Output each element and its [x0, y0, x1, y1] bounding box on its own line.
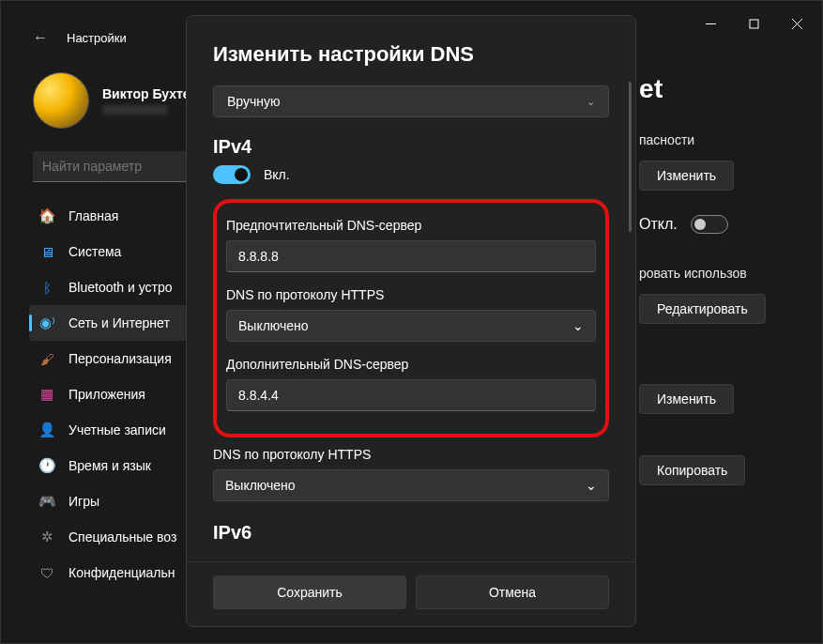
sidebar-item-label: Время и язык — [69, 458, 151, 473]
sidebar-item-label: Учетные записи — [69, 422, 166, 437]
sidebar-item-personalization[interactable]: 🖌Персонализация — [29, 341, 189, 376]
sidebar-item-label: Сеть и Интернет — [69, 315, 170, 330]
apps-icon: ▦ — [38, 386, 55, 403]
dialog-title: Изменить настройки DNS — [213, 42, 609, 67]
person-icon: 👤 — [38, 422, 55, 438]
alt-dns-label: Дополнительный DNS-сервер — [226, 357, 596, 372]
sidebar-item-gaming[interactable]: 🎮Игры — [29, 483, 189, 519]
scrollbar[interactable] — [629, 82, 632, 232]
doh-select-1[interactable]: Выключено ⌄ — [226, 310, 596, 342]
dns-settings-dialog: Изменить настройки DNS Вручную ⌄ IPv4 Вк… — [186, 15, 636, 627]
header: ← Настройки — [33, 29, 127, 46]
ipv6-heading: IPv6 — [213, 522, 609, 544]
sidebar-item-accounts[interactable]: 👤Учетные записи — [29, 412, 189, 448]
doh-select-2[interactable]: Выключено ⌄ — [213, 469, 609, 501]
sidebar-item-apps[interactable]: ▦Приложения — [29, 376, 189, 412]
dns-mode-select[interactable]: Вручную ⌄ — [213, 85, 609, 117]
cancel-button[interactable]: Отмена — [416, 575, 609, 609]
background-page: et пасности Изменить Откл. ровать исполь… — [639, 74, 799, 510]
doh-value-2: Выключено — [225, 478, 296, 493]
dialog-footer: Сохранить Отмена — [187, 561, 635, 609]
doh-label-2: DNS по протоколу HTTPS — [213, 447, 609, 462]
svg-rect-1 — [750, 20, 758, 28]
sidebar-item-label: Игры — [69, 494, 99, 509]
avatar — [33, 72, 89, 129]
profile-block[interactable]: Виктор Бухте — [33, 72, 191, 129]
sidebar-item-privacy[interactable]: 🛡Конфиденциальн — [29, 555, 189, 590]
doh-label-1: DNS по протоколу HTTPS — [226, 287, 596, 302]
ipv4-heading: IPv4 — [213, 136, 609, 158]
profile-name: Виктор Бухте — [102, 86, 191, 101]
highlight-box: Предпочтительный DNS-сервер DNS по прото… — [213, 199, 609, 437]
change-button-2[interactable]: Изменить — [639, 384, 734, 414]
bluetooth-icon: ᛒ — [38, 279, 55, 296]
search-box[interactable] — [33, 151, 187, 182]
settings-window: ← Настройки Виктор Бухте 🏠Главная 🖥Систе… — [0, 0, 823, 644]
change-button[interactable]: Изменить — [639, 161, 734, 191]
sidebar-item-label: Bluetooth и устро — [69, 280, 173, 295]
sidebar-item-accessibility[interactable]: ✲Специальные воз — [29, 519, 189, 555]
ipv4-toggle[interactable] — [213, 165, 251, 184]
save-button[interactable]: Сохранить — [213, 575, 406, 609]
sidebar-item-system[interactable]: 🖥Система — [29, 234, 189, 269]
sidebar: 🏠Главная 🖥Система ᛒBluetooth и устро ◉⁾С… — [29, 198, 189, 590]
ipv4-toggle-label: Вкл. — [264, 167, 290, 182]
wifi-icon: ◉⁾ — [38, 314, 55, 331]
metered-toggle[interactable] — [691, 215, 728, 234]
maximize-button[interactable] — [732, 8, 775, 38]
dns-mode-value: Вручную — [227, 94, 281, 109]
clock-icon: 🕐 — [38, 457, 55, 474]
toggle-off-label: Откл. — [639, 216, 678, 233]
sidebar-item-label: Главная — [69, 208, 118, 223]
sidebar-item-label: Конфиденциальн — [69, 565, 175, 580]
preferred-dns-input[interactable] — [226, 240, 596, 272]
shield-icon: 🛡 — [38, 564, 55, 581]
copy-button[interactable]: Копировать — [639, 455, 745, 485]
sidebar-item-time[interactable]: 🕐Время и язык — [29, 448, 189, 483]
chevron-down-icon: ⌄ — [572, 318, 584, 333]
home-icon: 🏠 — [38, 207, 55, 224]
accessibility-icon: ✲ — [38, 529, 55, 545]
search-input[interactable] — [33, 151, 187, 182]
edit-button[interactable]: Редактировать — [639, 294, 766, 324]
alt-dns-input[interactable] — [226, 379, 596, 411]
sidebar-item-label: Приложения — [69, 387, 145, 402]
sidebar-item-home[interactable]: 🏠Главная — [29, 198, 189, 234]
close-button[interactable] — [775, 8, 818, 38]
gamepad-icon: 🎮 — [38, 493, 55, 510]
brush-icon: 🖌 — [38, 350, 55, 367]
minimize-button[interactable] — [689, 8, 732, 38]
doh-value-1: Выключено — [238, 318, 309, 333]
back-arrow-icon[interactable]: ← — [33, 29, 48, 46]
sidebar-item-label: Система — [69, 244, 121, 259]
preferred-dns-label: Предпочтительный DNS-сервер — [226, 218, 596, 233]
sidebar-item-label: Персонализация — [69, 351, 172, 366]
background-label-security: пасности — [639, 132, 799, 147]
sidebar-item-network[interactable]: ◉⁾Сеть и Интернет — [29, 305, 189, 341]
sidebar-item-bluetooth[interactable]: ᛒBluetooth и устро — [29, 269, 189, 305]
sidebar-item-label: Специальные воз — [69, 529, 176, 544]
system-icon: 🖥 — [38, 243, 55, 260]
chevron-down-icon: ⌄ — [586, 478, 597, 493]
page-title: Настройки — [67, 31, 127, 45]
background-truncated-text: ровать использов — [639, 266, 799, 281]
profile-email-redacted — [102, 105, 168, 115]
background-page-title: et — [639, 74, 799, 104]
chevron-down-icon: ⌄ — [587, 96, 595, 108]
